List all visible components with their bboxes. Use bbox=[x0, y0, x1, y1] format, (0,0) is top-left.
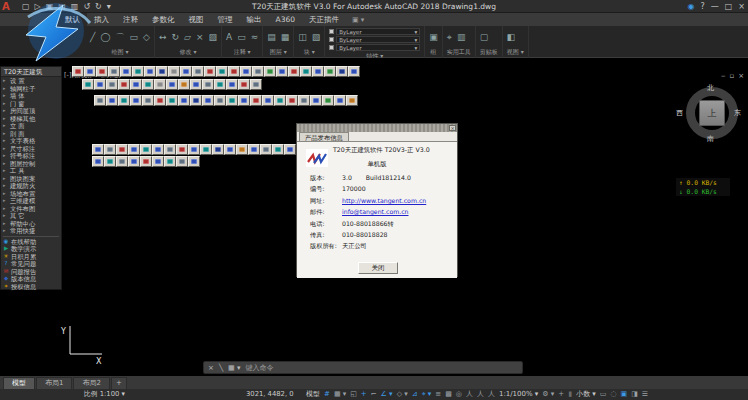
ribbon-tab-管理[interactable]: 管理 bbox=[211, 13, 240, 26]
toolbar-button[interactable] bbox=[272, 144, 284, 155]
viewcube-top-face[interactable]: 上 bbox=[699, 100, 725, 126]
annotation-scale-icon[interactable]: 人 bbox=[488, 389, 495, 400]
palette-item-工具[interactable]: ▸工 具 bbox=[1, 167, 61, 175]
new-layout-button[interactable]: + bbox=[111, 377, 127, 389]
restore-button[interactable]: □ bbox=[725, 2, 733, 11]
isodraft-icon[interactable]: ◇ ▾ bbox=[397, 389, 408, 400]
toolbar-button[interactable] bbox=[104, 144, 116, 155]
palette-help-item[interactable]: ☀日积月累 bbox=[1, 253, 61, 261]
ribbon-tab-注释[interactable]: 注释 bbox=[116, 13, 145, 26]
toolbar-button[interactable] bbox=[276, 66, 288, 77]
toolbar-button[interactable] bbox=[116, 156, 128, 167]
ribbon-tool-icon[interactable]: ⌒ bbox=[116, 32, 125, 42]
toolbar-button[interactable] bbox=[96, 66, 108, 77]
toolbar-button[interactable] bbox=[224, 144, 236, 155]
toolbar-button[interactable] bbox=[286, 95, 298, 106]
palette-item-场地布置[interactable]: ▸场地布置 bbox=[1, 190, 61, 198]
panel-label[interactable]: 视图 ▾ bbox=[507, 48, 524, 58]
ribbon-tool-icon[interactable]: ◇ bbox=[143, 32, 150, 42]
drawing-close-icon[interactable]: × bbox=[738, 72, 744, 80]
toolbar-button[interactable] bbox=[94, 95, 106, 106]
ribbon-tool-icon[interactable]: ▧ bbox=[312, 32, 321, 42]
model-space-label[interactable]: 模型 bbox=[306, 389, 320, 400]
layout-tab-布局1[interactable]: 布局1 bbox=[36, 377, 72, 389]
toolbar-button[interactable] bbox=[92, 156, 104, 167]
toolbar-button[interactable] bbox=[250, 95, 262, 106]
annotation-monitor-icon[interactable]: + bbox=[558, 389, 564, 400]
toolbar-button[interactable] bbox=[82, 79, 94, 90]
toolbar-button[interactable] bbox=[176, 144, 188, 155]
toolbar-button[interactable] bbox=[226, 79, 238, 90]
dynamic-input-icon[interactable]: + bbox=[361, 389, 367, 400]
toolbar-button[interactable] bbox=[166, 95, 178, 106]
dialog-close-icon[interactable]: × bbox=[449, 125, 456, 131]
palette-item-墙体[interactable]: ▸墙 体 bbox=[1, 92, 61, 100]
toolbar-button[interactable] bbox=[346, 95, 358, 106]
palette-item-文件布图[interactable]: ▸文件布图 bbox=[1, 205, 61, 213]
toolbar-button[interactable] bbox=[238, 79, 250, 90]
panel-label[interactable]: 实用工具 bbox=[447, 48, 471, 58]
ribbon-tool-icon[interactable]: ↻ bbox=[171, 32, 179, 42]
toolbar-button[interactable] bbox=[228, 66, 240, 77]
panel-label[interactable]: 注释 ▾ bbox=[226, 48, 258, 58]
toolbar-button[interactable] bbox=[118, 95, 130, 106]
ribbon-tool-icon[interactable]: ⌖ bbox=[447, 32, 452, 42]
dialog-link[interactable]: info@tangent.com.cn bbox=[342, 206, 409, 217]
toolbar-button[interactable] bbox=[108, 66, 120, 77]
panel-label[interactable]: 修改 ▾ bbox=[159, 48, 217, 58]
drawing-minimize-icon[interactable]: ‒ bbox=[721, 72, 725, 80]
ribbon-tab-天正插件[interactable]: 天正插件 bbox=[302, 13, 346, 26]
ribbon-tool-icon[interactable]: A bbox=[226, 32, 232, 42]
toolbar-button[interactable] bbox=[144, 66, 156, 77]
palette-item-图块图案[interactable]: ▸图块图案 bbox=[1, 175, 61, 183]
toolbar-button[interactable] bbox=[116, 144, 128, 155]
ribbon-tool-icon[interactable]: ▤ bbox=[267, 32, 276, 42]
drawing-canvas[interactable]: [-][俯视][二维线框] ‒▫× T20天正建筑 ▸设 置▸轴网柱子▸墙 体▸… bbox=[0, 58, 748, 376]
scale-selector[interactable]: 比例 1:100 ▾ bbox=[84, 389, 125, 400]
save-icon[interactable]: ▣ bbox=[46, 0, 54, 13]
lineweight-icon[interactable]: ≡ bbox=[435, 389, 441, 400]
graphics-performance-icon[interactable]: ▣ bbox=[621, 389, 628, 400]
units-divider[interactable]: ▮ bbox=[568, 389, 572, 400]
ribbon-tab-输出[interactable]: 输出 bbox=[240, 13, 269, 26]
qat-dropdown-icon[interactable]: ▾ bbox=[107, 0, 111, 13]
toolbar-button[interactable] bbox=[190, 79, 202, 90]
quick-properties-icon[interactable]: ▭ bbox=[600, 389, 607, 400]
palette-item-其它[interactable]: ▸其 它 bbox=[1, 212, 61, 220]
toolbar-button[interactable] bbox=[130, 79, 142, 90]
undo-icon[interactable]: ↺ bbox=[83, 0, 90, 13]
panel-label[interactable]: 块 ▾ bbox=[298, 48, 320, 58]
units-value[interactable]: 小数 ▾ bbox=[576, 389, 596, 400]
toolbar-button[interactable] bbox=[322, 95, 334, 106]
viewcube-west-label[interactable]: 西 bbox=[676, 108, 683, 118]
toolbar-button[interactable] bbox=[152, 144, 164, 155]
palette-help-item[interactable]: ?常见问题 bbox=[1, 260, 61, 268]
toolbar-button[interactable] bbox=[176, 156, 188, 167]
command-close-icon[interactable]: × bbox=[208, 364, 214, 372]
toolbar-button[interactable] bbox=[200, 144, 212, 155]
open-file-icon[interactable]: ▷ bbox=[35, 0, 41, 13]
toolbar-button[interactable] bbox=[260, 144, 272, 155]
toolbar-button[interactable] bbox=[236, 144, 248, 155]
toolbar-button[interactable] bbox=[312, 66, 324, 77]
toolbar-button[interactable] bbox=[214, 79, 226, 90]
palette-help-item[interactable]: ✦授权信息 bbox=[1, 283, 61, 291]
toolbar-button[interactable] bbox=[202, 95, 214, 106]
toolbar-button[interactable] bbox=[180, 66, 192, 77]
toolbar-button[interactable] bbox=[164, 156, 176, 167]
toolbar-button[interactable] bbox=[288, 66, 300, 77]
ribbon-tool-icon[interactable]: ▢ bbox=[480, 32, 489, 42]
ribbon-tool-icon[interactable]: ▭ bbox=[130, 32, 139, 42]
toolbar-button[interactable] bbox=[226, 95, 238, 106]
toolbar-button[interactable] bbox=[216, 66, 228, 77]
annotation-visibility-icon[interactable]: 人 bbox=[466, 389, 473, 400]
toolbar-button[interactable] bbox=[142, 79, 154, 90]
redo-icon[interactable]: ↻ bbox=[95, 0, 102, 13]
toolbar-button[interactable] bbox=[274, 95, 286, 106]
communication-center-icon[interactable]: ◉ bbox=[688, 2, 695, 11]
object-snap-icon[interactable]: ⌖ ▾ bbox=[422, 389, 432, 400]
ribbon-tool-icon[interactable]: ◫ bbox=[298, 32, 307, 42]
ribbon-tool-icon[interactable]: ╱ bbox=[90, 32, 95, 42]
viewcube-north-label[interactable]: 北 bbox=[707, 83, 714, 93]
toolbar-button[interactable] bbox=[310, 95, 322, 106]
